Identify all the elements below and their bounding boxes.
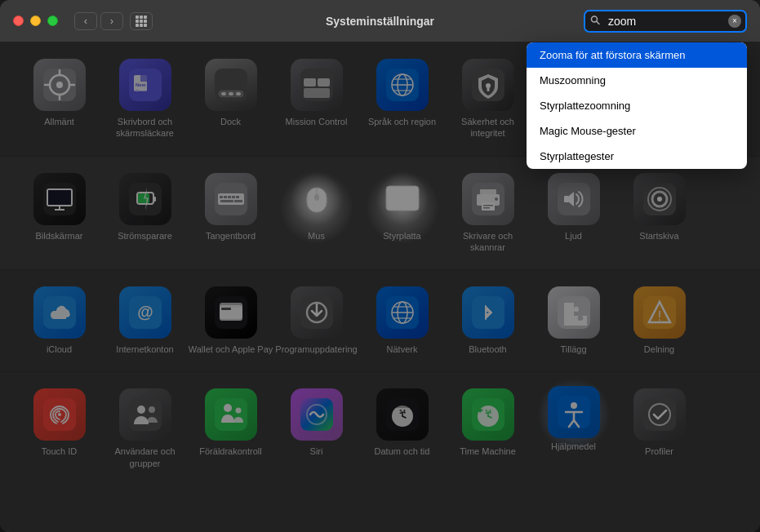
nav-buttons: ‹ › [74, 12, 123, 30]
icon-printer[interactable]: Skrivare och skannrar [445, 166, 531, 260]
parental-label: Föräldra­kontroll [199, 446, 261, 457]
desktop-label: Skrivbord och skärmsläckare [102, 116, 188, 140]
icon-network[interactable]: Nätverk [359, 280, 445, 361]
printer-label: Skrivare och skannrar [445, 230, 531, 254]
startup-label: Startskiva [639, 230, 678, 242]
icon-displays[interactable]: Bildskärmar [16, 166, 102, 248]
svg-rect-108 [215, 398, 247, 431]
svg-rect-60 [234, 200, 242, 202]
icon-wallet[interactable]: Wallet och Apple Pay [188, 280, 273, 361]
timemachine-icon-img: 14 [462, 388, 514, 441]
section-2: Bildskärmar Ström­sparare [0, 157, 760, 271]
search-input[interactable] [584, 10, 747, 33]
icon-mission-control[interactable]: Mission Control [273, 52, 359, 134]
svg-rect-72 [483, 205, 493, 206]
icon-internet-accounts[interactable]: @ Internet­konton [102, 280, 188, 361]
search-clear-button[interactable]: × [728, 15, 741, 28]
maximize-button[interactable] [47, 16, 58, 26]
search-dropdown: Zooma för att förstora skärmen Muszoomni… [527, 42, 747, 169]
icon-icloud[interactable]: iCloud [16, 280, 102, 361]
icon-extensions[interactable]: Tillägg [531, 280, 616, 361]
accessibility-icon-img [548, 386, 600, 438]
dock-icon-img [205, 59, 257, 111]
icon-siri[interactable]: Siri [273, 382, 359, 463]
svg-rect-30 [318, 78, 330, 86]
dropdown-item-mouse-zoom[interactable]: Muszoomning [527, 68, 747, 93]
titlebar: ‹ › Systeminställningar [0, 0, 760, 42]
icon-desktop[interactable]: New Open Skrivbord och skärmsläckare [102, 52, 188, 146]
svg-rect-66 [386, 186, 419, 211]
icon-parental[interactable]: Föräldra­kontroll [188, 382, 273, 463]
datetime-icon-img: 14 [376, 388, 429, 441]
svg-rect-57 [232, 196, 235, 198]
software-label: Program­uppdatering [275, 344, 357, 355]
search-icon [590, 15, 600, 27]
svg-rect-5 [144, 20, 147, 23]
language-label: Språk och region [368, 116, 436, 127]
svg-point-13 [56, 82, 63, 88]
svg-rect-59 [220, 200, 233, 202]
svg-text:Open: Open [136, 89, 145, 94]
svg-rect-58 [236, 196, 239, 198]
icon-accessibility[interactable]: Hjälpmedel [531, 382, 616, 459]
close-button[interactable] [13, 16, 24, 26]
icon-energy[interactable]: Ström­sparare [102, 166, 188, 248]
svg-rect-8 [144, 24, 147, 27]
svg-rect-27 [236, 92, 241, 95]
svg-rect-105 [129, 398, 162, 431]
sound-icon-img [548, 173, 600, 225]
svg-rect-7 [140, 24, 143, 27]
bluetooth-icon-img [462, 286, 514, 339]
svg-text:!: ! [657, 309, 660, 323]
icon-keyboard[interactable]: Tangentbord [188, 166, 273, 248]
minimize-button[interactable] [30, 16, 41, 26]
internet-label: Internet­konton [116, 344, 173, 355]
sharing-label: Delning [644, 344, 674, 355]
icon-profiles[interactable]: Profiler [616, 382, 702, 463]
icon-touchid[interactable]: Touch ID [16, 382, 102, 463]
icon-bluetooth[interactable]: Bluetooth [445, 280, 531, 361]
icon-users[interactable]: Användare och grupper [102, 382, 188, 476]
icon-dock[interactable]: Dock [188, 52, 273, 134]
users-label: Användare och grupper [102, 446, 188, 469]
printer-icon-img [462, 173, 514, 225]
dropdown-item-magic-mouse[interactable]: Magic Mouse-gester [527, 118, 747, 144]
back-button[interactable]: ‹ [74, 12, 97, 30]
svg-rect-50 [153, 197, 156, 202]
touchid-label: Touch ID [42, 446, 77, 457]
svg-rect-3 [136, 20, 139, 23]
icon-general[interactable]: Allmänt [16, 52, 102, 134]
svg-point-109 [224, 404, 232, 412]
svg-rect-56 [228, 196, 231, 198]
security-label: Säkerhet och integritet [445, 116, 531, 140]
icon-software-update[interactable]: Program­uppdatering [273, 280, 359, 361]
dropdown-item-zoom-screen[interactable]: Zooma för att förstora skärmen [527, 42, 747, 68]
trackpad-label: Styrplatta [383, 230, 420, 242]
security-icon-img [462, 59, 514, 111]
icon-sharing[interactable]: ! Delning [616, 280, 702, 361]
profiles-icon-img [633, 388, 686, 441]
dropdown-item-trackpad-gestures[interactable]: Styrplattegester [527, 144, 747, 169]
svg-rect-25 [221, 92, 226, 95]
forward-button[interactable]: › [100, 12, 123, 30]
mouse-icon-img [291, 173, 343, 225]
dropdown-item-trackpad-zoom[interactable]: Styrplattezoomning [527, 93, 747, 118]
grid-view-button[interactable] [130, 12, 153, 30]
icon-trackpad[interactable]: Styrplatta [359, 166, 445, 248]
dock-label: Dock [220, 116, 241, 127]
icon-language[interactable]: Språk och region [359, 52, 445, 134]
icon-security[interactable]: Säkerhet och integritet [445, 52, 531, 146]
icon-timemachine[interactable]: 14 Time Machine [445, 382, 531, 463]
trackpad-icon-img [376, 173, 429, 225]
icon-mouse[interactable]: Mus [273, 166, 359, 248]
svg-rect-118 [394, 405, 411, 408]
icon-sound[interactable]: Ljud [531, 166, 616, 248]
traffic-lights [13, 16, 58, 26]
displays-icon-img [33, 173, 86, 225]
icon-datetime[interactable]: 14 Datum och tid [359, 382, 445, 463]
icon-startup[interactable]: Startskiva [616, 166, 702, 248]
svg-point-110 [235, 408, 241, 414]
software-icon-img [291, 286, 343, 339]
wallet-icon-img [205, 286, 257, 339]
parental-icon-img [205, 388, 257, 441]
